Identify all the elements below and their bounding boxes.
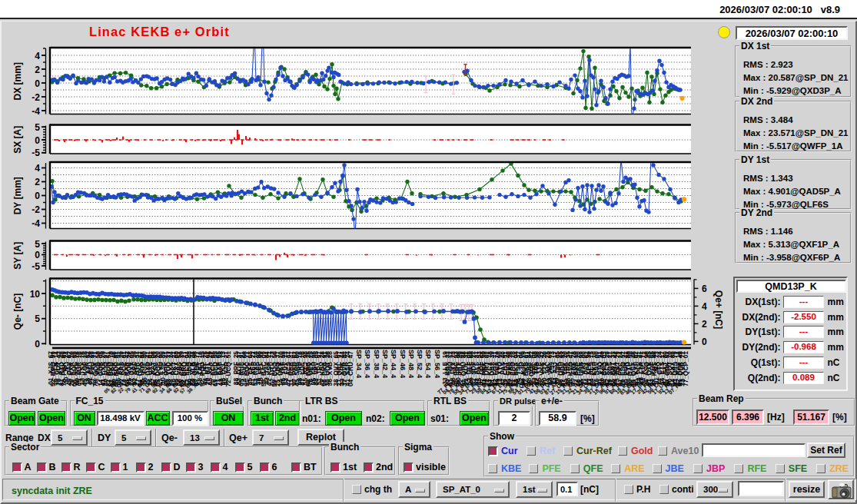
svg-text:72_UCQ_51: 72_UCQ_51 bbox=[224, 351, 232, 387]
svg-text:SP_46_4: SP_46_4 bbox=[399, 350, 407, 378]
svg-text:SY [A]: SY [A] bbox=[12, 242, 23, 270]
svg-text:SP_42_4: SP_42_4 bbox=[381, 350, 389, 378]
svg-text:Qe- [nC]: Qe- [nC] bbox=[12, 293, 23, 330]
svg-text:2: 2 bbox=[35, 65, 40, 75]
svg-text:-2: -2 bbox=[32, 92, 40, 103]
svg-text:2: 2 bbox=[702, 319, 707, 330]
svg-text:4: 4 bbox=[702, 301, 707, 312]
svg-text:SX [A]: SX [A] bbox=[12, 126, 23, 154]
svg-text:4: 4 bbox=[35, 51, 40, 61]
svg-text:5: 5 bbox=[35, 313, 40, 324]
svg-text:0: 0 bbox=[35, 191, 40, 201]
svg-text:-4: -4 bbox=[32, 106, 40, 117]
svg-text:5: 5 bbox=[35, 239, 40, 250]
svg-text:SP_36_4: SP_36_4 bbox=[364, 350, 371, 378]
svg-text:0: 0 bbox=[35, 339, 40, 350]
svg-text:0: 0 bbox=[35, 78, 40, 89]
svg-text:0: 0 bbox=[35, 135, 40, 146]
svg-text:SP_56_4: SP_56_4 bbox=[433, 350, 441, 378]
svg-text:SP_38_4: SP_38_4 bbox=[373, 350, 380, 378]
svg-text:SP_44_4: SP_44_4 bbox=[390, 350, 397, 378]
svg-text:77_QCP_01: 77_QCP_01 bbox=[682, 351, 689, 386]
svg-text:SP_54_4: SP_54_4 bbox=[424, 350, 432, 378]
svg-text:0: 0 bbox=[702, 337, 707, 347]
svg-text:10: 10 bbox=[30, 289, 41, 300]
svg-text:Qe+ [nC]: Qe+ [nC] bbox=[713, 290, 724, 329]
svg-text:04_CRU_47: 04_CRU_47 bbox=[347, 351, 354, 386]
svg-text:SP_48_4: SP_48_4 bbox=[407, 350, 415, 378]
svg-text:-4: -4 bbox=[32, 218, 40, 229]
svg-text:-5: -5 bbox=[32, 261, 40, 272]
svg-text:SP_34_4: SP_34_4 bbox=[355, 350, 363, 378]
svg-text:6: 6 bbox=[702, 284, 707, 294]
svg-text:2: 2 bbox=[35, 177, 40, 187]
svg-text:4: 4 bbox=[35, 163, 40, 174]
svg-text:0: 0 bbox=[35, 250, 40, 260]
svg-text:DY [mm]: DY [mm] bbox=[12, 177, 23, 214]
svg-text:-5: -5 bbox=[32, 148, 40, 158]
svg-text:SP_52_4: SP_52_4 bbox=[416, 350, 424, 378]
svg-text:-2: -2 bbox=[32, 204, 40, 215]
svg-text:5: 5 bbox=[35, 122, 40, 133]
svg-text:DX [mm]: DX [mm] bbox=[12, 62, 23, 100]
